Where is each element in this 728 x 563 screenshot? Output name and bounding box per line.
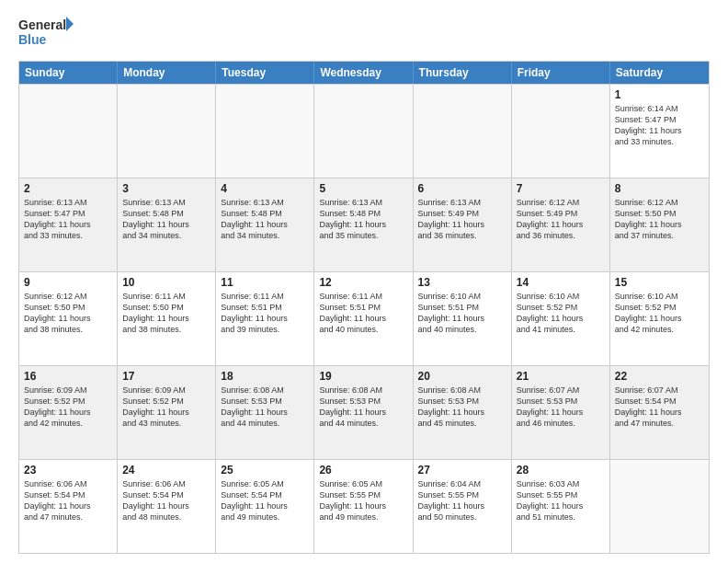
calendar-week: 1Sunrise: 6:14 AM Sunset: 5:47 PM Daylig… [19,84,709,178]
day-info: Sunrise: 6:06 AM Sunset: 5:54 PM Dayligh… [122,478,210,523]
calendar-cell: 4Sunrise: 6:13 AM Sunset: 5:48 PM Daylig… [216,178,314,271]
weekday-header: Sunday [19,62,118,84]
day-number: 8 [615,182,704,195]
calendar-cell [118,85,216,178]
calendar-cell: 23Sunrise: 6:06 AM Sunset: 5:54 PM Dayli… [19,460,118,553]
svg-text:General: General [18,17,66,32]
day-number: 9 [24,276,112,289]
day-info: Sunrise: 6:11 AM Sunset: 5:50 PM Dayligh… [122,291,210,336]
day-info: Sunrise: 6:06 AM Sunset: 5:54 PM Dayligh… [24,478,112,523]
day-number: 6 [418,182,506,195]
day-info: Sunrise: 6:05 AM Sunset: 5:55 PM Dayligh… [319,478,407,523]
calendar-cell: 7Sunrise: 6:12 AM Sunset: 5:49 PM Daylig… [512,178,610,271]
calendar-cell: 28Sunrise: 6:03 AM Sunset: 5:55 PM Dayli… [512,460,610,553]
day-info: Sunrise: 6:09 AM Sunset: 5:52 PM Dayligh… [24,385,112,430]
calendar-cell: 6Sunrise: 6:13 AM Sunset: 5:49 PM Daylig… [414,178,512,271]
day-number: 5 [319,182,407,195]
calendar-cell: 14Sunrise: 6:10 AM Sunset: 5:52 PM Dayli… [512,272,610,365]
day-number: 7 [517,182,605,195]
calendar-cell: 15Sunrise: 6:10 AM Sunset: 5:52 PM Dayli… [610,272,709,365]
day-number: 14 [517,276,605,289]
calendar-cell [314,85,413,178]
calendar-cell [19,85,118,178]
calendar-cell: 16Sunrise: 6:09 AM Sunset: 5:52 PM Dayli… [19,366,118,459]
day-info: Sunrise: 6:13 AM Sunset: 5:48 PM Dayligh… [221,197,309,242]
calendar-cell: 12Sunrise: 6:11 AM Sunset: 5:51 PM Dayli… [314,272,413,365]
calendar-cell [414,85,512,178]
calendar-cell: 18Sunrise: 6:08 AM Sunset: 5:53 PM Dayli… [216,366,314,459]
day-number: 19 [319,370,407,383]
page: General Blue SundayMondayTuesdayWednesda… [0,0,728,563]
calendar-week: 16Sunrise: 6:09 AM Sunset: 5:52 PM Dayli… [19,365,709,459]
day-number: 17 [122,370,210,383]
calendar-cell: 9Sunrise: 6:12 AM Sunset: 5:50 PM Daylig… [19,272,118,365]
weekday-header: Thursday [414,62,512,84]
day-info: Sunrise: 6:07 AM Sunset: 5:54 PM Dayligh… [615,385,704,430]
day-info: Sunrise: 6:10 AM Sunset: 5:52 PM Dayligh… [517,291,605,336]
svg-text:Blue: Blue [18,32,47,47]
day-number: 27 [418,464,506,477]
day-info: Sunrise: 6:08 AM Sunset: 5:53 PM Dayligh… [418,385,506,430]
calendar-cell: 11Sunrise: 6:11 AM Sunset: 5:51 PM Dayli… [216,272,314,365]
calendar-cell: 20Sunrise: 6:08 AM Sunset: 5:53 PM Dayli… [414,366,512,459]
day-info: Sunrise: 6:08 AM Sunset: 5:53 PM Dayligh… [319,385,407,430]
day-info: Sunrise: 6:07 AM Sunset: 5:53 PM Dayligh… [517,385,605,430]
day-info: Sunrise: 6:10 AM Sunset: 5:52 PM Dayligh… [615,291,704,336]
calendar-cell: 2Sunrise: 6:13 AM Sunset: 5:47 PM Daylig… [19,178,118,271]
day-number: 13 [418,276,506,289]
logo: General Blue [18,15,74,52]
calendar-week: 23Sunrise: 6:06 AM Sunset: 5:54 PM Dayli… [19,459,709,553]
weekday-header: Wednesday [314,62,413,84]
day-number: 20 [418,370,506,383]
calendar-cell: 13Sunrise: 6:10 AM Sunset: 5:51 PM Dayli… [414,272,512,365]
day-info: Sunrise: 6:12 AM Sunset: 5:50 PM Dayligh… [24,291,112,336]
day-number: 10 [122,276,210,289]
calendar-cell [512,85,610,178]
day-number: 16 [24,370,112,383]
day-number: 21 [517,370,605,383]
day-number: 26 [319,464,407,477]
day-info: Sunrise: 6:03 AM Sunset: 5:55 PM Dayligh… [517,478,605,523]
calendar-cell: 26Sunrise: 6:05 AM Sunset: 5:55 PM Dayli… [314,460,413,553]
day-number: 24 [122,464,210,477]
day-number: 15 [615,276,704,289]
calendar-cell: 19Sunrise: 6:08 AM Sunset: 5:53 PM Dayli… [314,366,413,459]
day-info: Sunrise: 6:09 AM Sunset: 5:52 PM Dayligh… [122,385,210,430]
day-number: 22 [615,370,704,383]
header: General Blue [18,15,710,52]
svg-marker-2 [66,17,74,31]
day-number: 23 [24,464,112,477]
calendar-header-row: SundayMondayTuesdayWednesdayThursdayFrid… [19,62,709,84]
calendar-cell: 21Sunrise: 6:07 AM Sunset: 5:53 PM Dayli… [512,366,610,459]
calendar: SundayMondayTuesdayWednesdayThursdayFrid… [18,61,710,554]
day-info: Sunrise: 6:10 AM Sunset: 5:51 PM Dayligh… [418,291,506,336]
calendar-cell: 22Sunrise: 6:07 AM Sunset: 5:54 PM Dayli… [610,366,709,459]
day-info: Sunrise: 6:11 AM Sunset: 5:51 PM Dayligh… [319,291,407,336]
day-info: Sunrise: 6:04 AM Sunset: 5:55 PM Dayligh… [418,478,506,523]
calendar-cell: 17Sunrise: 6:09 AM Sunset: 5:52 PM Dayli… [118,366,216,459]
day-info: Sunrise: 6:12 AM Sunset: 5:49 PM Dayligh… [517,197,605,242]
day-number: 1 [615,88,704,101]
calendar-cell: 24Sunrise: 6:06 AM Sunset: 5:54 PM Dayli… [118,460,216,553]
calendar-cell [216,85,314,178]
calendar-cell: 3Sunrise: 6:13 AM Sunset: 5:48 PM Daylig… [118,178,216,271]
day-number: 11 [221,276,309,289]
day-info: Sunrise: 6:05 AM Sunset: 5:54 PM Dayligh… [221,478,309,523]
calendar-cell: 8Sunrise: 6:12 AM Sunset: 5:50 PM Daylig… [610,178,709,271]
weekday-header: Saturday [610,62,709,84]
day-info: Sunrise: 6:13 AM Sunset: 5:49 PM Dayligh… [418,197,506,242]
weekday-header: Monday [118,62,216,84]
calendar-cell: 5Sunrise: 6:13 AM Sunset: 5:48 PM Daylig… [314,178,413,271]
day-number: 2 [24,182,112,195]
calendar-week: 9Sunrise: 6:12 AM Sunset: 5:50 PM Daylig… [19,271,709,365]
logo-svg: General Blue [18,15,74,52]
day-info: Sunrise: 6:13 AM Sunset: 5:48 PM Dayligh… [122,197,210,242]
day-number: 3 [122,182,210,195]
weekday-header: Friday [512,62,610,84]
day-number: 28 [517,464,605,477]
calendar-cell: 10Sunrise: 6:11 AM Sunset: 5:50 PM Dayli… [118,272,216,365]
day-info: Sunrise: 6:11 AM Sunset: 5:51 PM Dayligh… [221,291,309,336]
day-number: 4 [221,182,309,195]
day-number: 25 [221,464,309,477]
calendar-cell: 25Sunrise: 6:05 AM Sunset: 5:54 PM Dayli… [216,460,314,553]
